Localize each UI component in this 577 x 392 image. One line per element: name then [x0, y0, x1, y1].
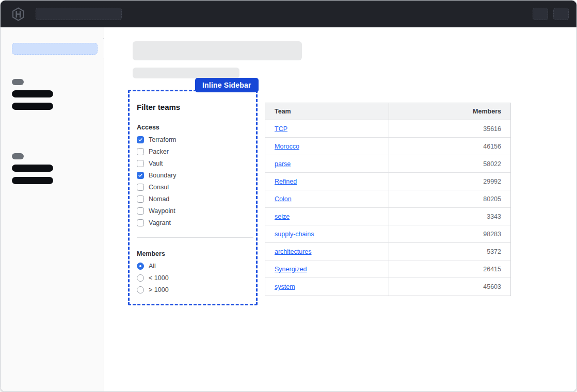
checkbox-icon — [137, 148, 144, 155]
radio-icon — [137, 274, 144, 282]
checkbox-vagrant[interactable]: Vagrant — [137, 217, 249, 228]
team-link[interactable]: architectures — [275, 248, 312, 255]
checkbox-icon — [137, 160, 144, 167]
table-row: Morocco 46156 — [265, 138, 510, 155]
navbar-button-placeholder — [533, 8, 548, 20]
radio-icon — [137, 263, 144, 270]
table-row: Refined 29992 — [265, 173, 510, 190]
checkbox-vault[interactable]: Vault — [137, 157, 249, 169]
members-value: 35616 — [483, 125, 501, 133]
radio-label: < 1000 — [149, 274, 169, 282]
sidebar-item-placeholder — [12, 177, 53, 184]
checkbox-icon — [137, 195, 144, 203]
access-checkbox-group: Terraform Packer Vault Boundary — [137, 134, 249, 228]
navbar-actions — [533, 8, 569, 20]
checkbox-label: Terraform — [149, 136, 176, 143]
page-title-placeholder — [133, 41, 302, 60]
checkbox-label: Packer — [149, 148, 169, 155]
navbar-button-placeholder — [553, 8, 569, 20]
search-placeholder — [36, 8, 122, 20]
members-value: 29992 — [483, 178, 501, 185]
team-link[interactable]: supply-chains — [275, 231, 314, 238]
checkbox-label: Waypoint — [149, 207, 175, 215]
sidebar-item-placeholder — [12, 103, 53, 110]
table-row: TCP 35616 — [265, 120, 510, 138]
inline-sidebar-highlight-region: Filter teams Access Terraform Packer Vau… — [128, 90, 258, 305]
sidebar-item-placeholder — [12, 90, 53, 97]
radio-greater-1000[interactable]: > 1000 — [137, 284, 249, 296]
checkbox-label: Nomad — [149, 195, 169, 203]
team-link[interactable]: seize — [275, 213, 290, 220]
table-row: architectures 5372 — [265, 243, 510, 260]
members-value: 80205 — [483, 195, 501, 203]
members-value: 46156 — [483, 143, 501, 150]
app-sidebar-skeleton — [1, 27, 104, 391]
members-radio-group: All < 1000 > 1000 — [137, 260, 249, 296]
team-link[interactable]: parse — [275, 160, 291, 168]
table-row: Colon 80205 — [265, 190, 510, 208]
team-link[interactable]: Morocco — [275, 143, 299, 150]
team-link[interactable]: Synergized — [275, 266, 307, 273]
radio-label: All — [149, 263, 156, 270]
filter-divider — [137, 237, 253, 238]
teams-table: Team Members TCP 35616 Morocco 46156 par… — [265, 103, 511, 296]
column-header-members: Members — [389, 103, 510, 120]
column-header-team: Team — [265, 103, 389, 120]
members-value: 5372 — [487, 248, 501, 255]
checkbox-boundary[interactable]: Boundary — [137, 169, 249, 181]
sidebar-section-label-placeholder — [12, 153, 24, 159]
checkbox-label: Vagrant — [149, 219, 171, 226]
team-link[interactable]: Refined — [275, 178, 297, 185]
table-row: system 45603 — [265, 278, 510, 296]
radio-icon — [137, 286, 144, 293]
team-link[interactable]: Colon — [275, 195, 292, 203]
members-value: 26415 — [483, 266, 501, 273]
checkbox-icon — [137, 207, 144, 215]
checkbox-icon — [137, 219, 144, 226]
hashicorp-logo-icon — [11, 7, 25, 21]
members-value: 3343 — [487, 213, 501, 220]
checkbox-label: Vault — [149, 160, 163, 167]
checkbox-consul[interactable]: Consul — [137, 181, 249, 193]
members-value: 58022 — [483, 160, 501, 168]
sidebar-section-label-placeholder — [12, 79, 24, 85]
table-row: parse 58022 — [265, 155, 510, 173]
radio-less-1000[interactable]: < 1000 — [137, 272, 249, 284]
sidebar-active-item-placeholder — [12, 43, 98, 55]
top-navbar — [1, 1, 576, 27]
sidebar-item-placeholder — [12, 165, 53, 172]
table-header-row: Team Members — [265, 103, 510, 120]
access-group-label: Access — [137, 124, 249, 131]
checkbox-label: Consul — [149, 184, 169, 191]
checkbox-icon — [137, 172, 144, 179]
team-link[interactable]: system — [275, 283, 295, 290]
main-content: Inline Sidebar Filter teams Access Terra… — [104, 27, 576, 391]
checkbox-icon — [137, 136, 144, 143]
radio-all[interactable]: All — [137, 260, 249, 272]
table-row: Synergized 26415 — [265, 260, 510, 278]
checkbox-packer[interactable]: Packer — [137, 145, 249, 157]
radio-label: > 1000 — [149, 286, 169, 293]
checkbox-waypoint[interactable]: Waypoint — [137, 205, 249, 217]
checkbox-icon — [137, 184, 144, 191]
members-value: 98283 — [483, 231, 501, 238]
checkbox-nomad[interactable]: Nomad — [137, 193, 249, 205]
page-subtitle-placeholder — [133, 68, 239, 78]
annotation-badge: Inline Sidebar — [195, 78, 259, 92]
checkbox-label: Boundary — [149, 172, 177, 179]
app-window: Inline Sidebar Filter teams Access Terra… — [0, 0, 577, 392]
team-link[interactable]: TCP — [275, 125, 287, 133]
filter-panel-title: Filter teams — [137, 103, 249, 111]
filter-panel: Filter teams Access Terraform Packer Vau… — [130, 91, 256, 304]
checkbox-terraform[interactable]: Terraform — [137, 134, 249, 145]
table-row: seize 3343 — [265, 208, 510, 225]
table-row: supply-chains 98283 — [265, 225, 510, 243]
members-value: 45603 — [483, 283, 501, 290]
members-group-label: Members — [137, 250, 249, 257]
